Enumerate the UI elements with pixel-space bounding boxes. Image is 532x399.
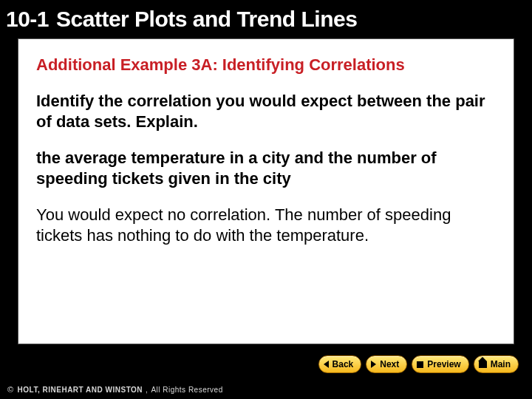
next-label: Next: [380, 359, 399, 369]
slide: 10-1 Scatter Plots and Trend Lines Addit…: [0, 0, 532, 399]
answer-text: You would expect no correlation. The num…: [36, 205, 496, 245]
preview-label: Preview: [427, 359, 460, 369]
title-bar: 10-1 Scatter Plots and Trend Lines: [0, 0, 532, 38]
copyright-symbol: ©: [7, 385, 14, 394]
main-button[interactable]: Main: [474, 355, 519, 373]
datasets-text: the average temperature in a city and th…: [36, 148, 496, 188]
back-button[interactable]: Back: [318, 355, 362, 373]
arrow-right-icon: [371, 361, 376, 368]
nav-bar: Back Next Preview Main: [0, 350, 532, 378]
main-label: Main: [491, 359, 511, 369]
example-heading: Additional Example 3A: Identifying Corre…: [36, 55, 496, 75]
content-panel: Additional Example 3A: Identifying Corre…: [18, 38, 514, 344]
back-label: Back: [332, 359, 354, 369]
arrow-left-icon: [324, 361, 329, 368]
prompt-text: Identify the correlation you would expec…: [36, 91, 496, 132]
comma: ,: [146, 386, 148, 394]
preview-button[interactable]: Preview: [412, 355, 468, 373]
preview-icon: [417, 361, 423, 368]
home-icon: [479, 361, 487, 368]
rights-text: All Rights Reserved: [151, 386, 222, 394]
section-number: 10-1: [0, 7, 56, 32]
copyright-bar: © HOLT, RINEHART AND WINSTON , All Right…: [0, 380, 532, 399]
next-button[interactable]: Next: [366, 355, 407, 373]
section-title: Scatter Plots and Trend Lines: [56, 7, 357, 32]
brand-name: HOLT, RINEHART AND WINSTON: [18, 386, 143, 394]
